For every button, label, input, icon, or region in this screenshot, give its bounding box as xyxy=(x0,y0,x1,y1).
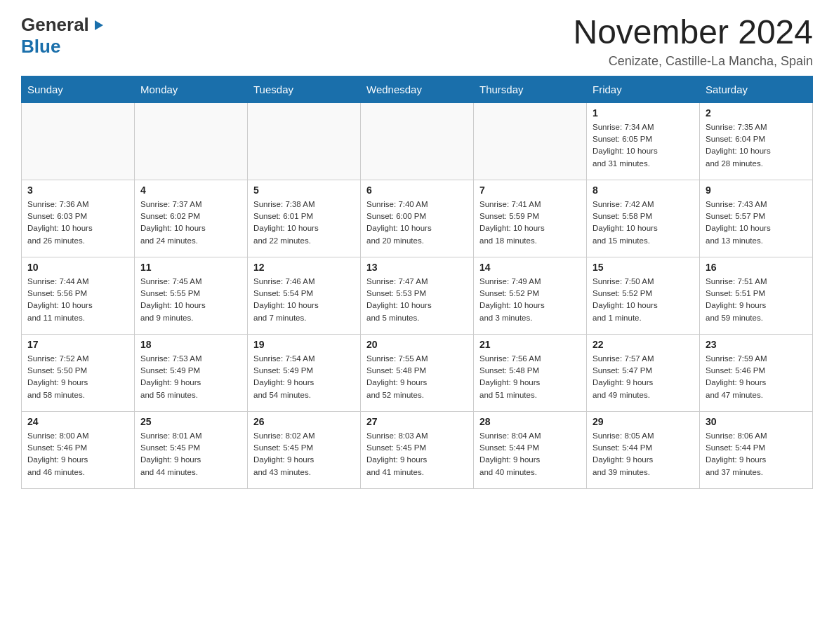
day-info: Sunrise: 7:34 AM Sunset: 6:05 PM Dayligh… xyxy=(593,121,694,170)
day-cell: 14Sunrise: 7:49 AM Sunset: 5:52 PM Dayli… xyxy=(474,257,587,334)
day-info: Sunrise: 8:03 AM Sunset: 5:45 PM Dayligh… xyxy=(366,430,468,478)
day-cell: 22Sunrise: 7:57 AM Sunset: 5:47 PM Dayli… xyxy=(587,334,700,411)
day-cell: 17Sunrise: 7:52 AM Sunset: 5:50 PM Dayli… xyxy=(22,334,135,411)
day-cell: 13Sunrise: 7:47 AM Sunset: 5:53 PM Dayli… xyxy=(361,257,474,334)
day-number: 11 xyxy=(140,262,241,273)
day-number: 22 xyxy=(593,339,694,350)
week-row-4: 17Sunrise: 7:52 AM Sunset: 5:50 PM Dayli… xyxy=(22,334,813,411)
day-number: 4 xyxy=(140,185,241,196)
day-number: 15 xyxy=(593,262,694,273)
day-number: 12 xyxy=(253,262,355,273)
svg-marker-0 xyxy=(95,20,103,30)
day-info: Sunrise: 7:41 AM Sunset: 5:59 PM Dayligh… xyxy=(479,199,581,247)
month-title: November 2024 xyxy=(573,14,813,51)
weekday-header-sunday: Sunday xyxy=(22,76,135,102)
day-number: 27 xyxy=(366,416,468,427)
day-number: 16 xyxy=(706,262,807,273)
day-info: Sunrise: 7:36 AM Sunset: 6:03 PM Dayligh… xyxy=(27,199,128,247)
day-cell: 10Sunrise: 7:44 AM Sunset: 5:56 PM Dayli… xyxy=(22,257,135,334)
day-number: 7 xyxy=(479,185,581,196)
day-number: 5 xyxy=(253,185,355,196)
day-number: 23 xyxy=(706,339,807,350)
day-cell: 15Sunrise: 7:50 AM Sunset: 5:52 PM Dayli… xyxy=(587,257,700,334)
day-number: 25 xyxy=(140,416,241,427)
weekday-header-saturday: Saturday xyxy=(700,76,813,102)
week-row-1: 1Sunrise: 7:34 AM Sunset: 6:05 PM Daylig… xyxy=(22,102,813,180)
title-block: November 2024 Cenizate, Castille-La Manc… xyxy=(573,14,813,69)
day-cell: 27Sunrise: 8:03 AM Sunset: 5:45 PM Dayli… xyxy=(361,411,474,488)
day-info: Sunrise: 7:55 AM Sunset: 5:48 PM Dayligh… xyxy=(366,353,468,401)
day-cell: 30Sunrise: 8:06 AM Sunset: 5:44 PM Dayli… xyxy=(700,411,813,488)
day-number: 30 xyxy=(706,416,807,427)
day-info: Sunrise: 7:40 AM Sunset: 6:00 PM Dayligh… xyxy=(366,199,468,247)
day-number: 18 xyxy=(140,339,241,350)
day-cell: 1Sunrise: 7:34 AM Sunset: 6:05 PM Daylig… xyxy=(587,102,700,180)
day-info: Sunrise: 7:47 AM Sunset: 5:53 PM Dayligh… xyxy=(366,276,468,324)
day-number: 9 xyxy=(706,185,807,196)
page-header: General Blue November 2024 Cenizate, Cas… xyxy=(21,14,813,69)
day-cell: 5Sunrise: 7:38 AM Sunset: 6:01 PM Daylig… xyxy=(248,180,361,257)
day-cell: 3Sunrise: 7:36 AM Sunset: 6:03 PM Daylig… xyxy=(22,180,135,257)
day-info: Sunrise: 7:42 AM Sunset: 5:58 PM Dayligh… xyxy=(593,199,694,247)
logo-general: General xyxy=(21,14,89,36)
weekday-header-row: SundayMondayTuesdayWednesdayThursdayFrid… xyxy=(22,76,813,102)
day-cell: 19Sunrise: 7:54 AM Sunset: 5:49 PM Dayli… xyxy=(248,334,361,411)
day-number: 17 xyxy=(27,339,128,350)
day-cell xyxy=(135,102,248,180)
day-number: 8 xyxy=(593,185,694,196)
day-cell: 29Sunrise: 8:05 AM Sunset: 5:44 PM Dayli… xyxy=(587,411,700,488)
day-info: Sunrise: 8:04 AM Sunset: 5:44 PM Dayligh… xyxy=(479,430,581,478)
day-info: Sunrise: 7:38 AM Sunset: 6:01 PM Dayligh… xyxy=(253,199,355,247)
day-cell: 23Sunrise: 7:59 AM Sunset: 5:46 PM Dayli… xyxy=(700,334,813,411)
day-info: Sunrise: 7:49 AM Sunset: 5:52 PM Dayligh… xyxy=(479,276,581,324)
day-cell: 4Sunrise: 7:37 AM Sunset: 6:02 PM Daylig… xyxy=(135,180,248,257)
day-info: Sunrise: 7:54 AM Sunset: 5:49 PM Dayligh… xyxy=(253,353,355,401)
weekday-header-monday: Monday xyxy=(135,76,248,102)
day-info: Sunrise: 7:46 AM Sunset: 5:54 PM Dayligh… xyxy=(253,276,355,324)
week-row-3: 10Sunrise: 7:44 AM Sunset: 5:56 PM Dayli… xyxy=(22,257,813,334)
day-cell xyxy=(22,102,135,180)
day-number: 24 xyxy=(27,416,128,427)
day-number: 1 xyxy=(593,107,694,119)
day-cell: 16Sunrise: 7:51 AM Sunset: 5:51 PM Dayli… xyxy=(700,257,813,334)
day-cell: 21Sunrise: 7:56 AM Sunset: 5:48 PM Dayli… xyxy=(474,334,587,411)
day-number: 3 xyxy=(27,185,128,196)
week-row-2: 3Sunrise: 7:36 AM Sunset: 6:03 PM Daylig… xyxy=(22,180,813,257)
day-cell: 12Sunrise: 7:46 AM Sunset: 5:54 PM Dayli… xyxy=(248,257,361,334)
day-info: Sunrise: 7:44 AM Sunset: 5:56 PM Dayligh… xyxy=(27,276,128,324)
day-cell: 2Sunrise: 7:35 AM Sunset: 6:04 PM Daylig… xyxy=(700,102,813,180)
day-info: Sunrise: 7:45 AM Sunset: 5:55 PM Dayligh… xyxy=(140,276,241,324)
day-cell: 9Sunrise: 7:43 AM Sunset: 5:57 PM Daylig… xyxy=(700,180,813,257)
day-info: Sunrise: 8:05 AM Sunset: 5:44 PM Dayligh… xyxy=(593,430,694,478)
day-cell: 7Sunrise: 7:41 AM Sunset: 5:59 PM Daylig… xyxy=(474,180,587,257)
day-info: Sunrise: 7:50 AM Sunset: 5:52 PM Dayligh… xyxy=(593,276,694,324)
weekday-header-thursday: Thursday xyxy=(474,76,587,102)
day-info: Sunrise: 7:35 AM Sunset: 6:04 PM Dayligh… xyxy=(706,121,807,170)
day-cell: 6Sunrise: 7:40 AM Sunset: 6:00 PM Daylig… xyxy=(361,180,474,257)
day-info: Sunrise: 8:02 AM Sunset: 5:45 PM Dayligh… xyxy=(253,430,355,478)
day-cell xyxy=(474,102,587,180)
day-cell: 28Sunrise: 8:04 AM Sunset: 5:44 PM Dayli… xyxy=(474,411,587,488)
day-info: Sunrise: 7:43 AM Sunset: 5:57 PM Dayligh… xyxy=(706,199,807,247)
day-info: Sunrise: 7:57 AM Sunset: 5:47 PM Dayligh… xyxy=(593,353,694,401)
day-number: 20 xyxy=(366,339,468,350)
day-number: 26 xyxy=(253,416,355,427)
day-number: 29 xyxy=(593,416,694,427)
day-number: 21 xyxy=(479,339,581,350)
day-number: 19 xyxy=(253,339,355,350)
day-cell: 8Sunrise: 7:42 AM Sunset: 5:58 PM Daylig… xyxy=(587,180,700,257)
logo-blue: Blue xyxy=(21,36,60,57)
weekday-header-wednesday: Wednesday xyxy=(361,76,474,102)
day-cell: 26Sunrise: 8:02 AM Sunset: 5:45 PM Dayli… xyxy=(248,411,361,488)
day-number: 6 xyxy=(366,185,468,196)
day-info: Sunrise: 7:53 AM Sunset: 5:49 PM Dayligh… xyxy=(140,353,241,401)
day-info: Sunrise: 7:59 AM Sunset: 5:46 PM Dayligh… xyxy=(706,353,807,401)
week-row-5: 24Sunrise: 8:00 AM Sunset: 5:46 PM Dayli… xyxy=(22,411,813,488)
day-number: 2 xyxy=(706,107,807,119)
day-cell: 24Sunrise: 8:00 AM Sunset: 5:46 PM Dayli… xyxy=(22,411,135,488)
day-info: Sunrise: 7:56 AM Sunset: 5:48 PM Dayligh… xyxy=(479,353,581,401)
day-number: 13 xyxy=(366,262,468,273)
calendar-table: SundayMondayTuesdayWednesdayThursdayFrid… xyxy=(21,76,813,489)
day-info: Sunrise: 7:51 AM Sunset: 5:51 PM Dayligh… xyxy=(706,276,807,324)
weekday-header-tuesday: Tuesday xyxy=(248,76,361,102)
